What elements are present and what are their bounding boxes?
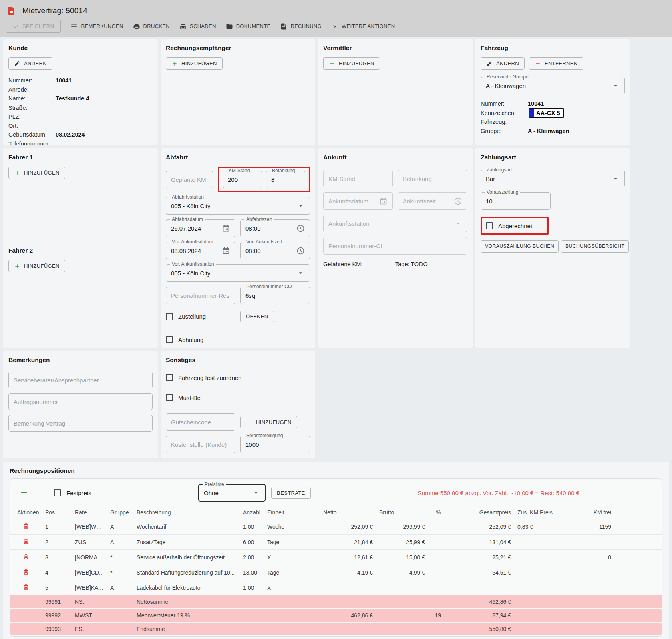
ankunftsdatum-field[interactable] bbox=[323, 192, 393, 210]
dokumente-button[interactable]: DOKUMENTE bbox=[226, 21, 271, 32]
calendar-icon[interactable] bbox=[222, 247, 230, 255]
gutschein-hinzufuegen-button[interactable]: HINZUFÜGEN bbox=[240, 416, 297, 428]
ankunftszeit-input[interactable] bbox=[403, 198, 454, 205]
personalnummer-co-field[interactable]: Personalnummer-CO bbox=[240, 287, 310, 304]
vor-ankunftsstation-select[interactable]: Vor. Ankunftsstation 005 - Köln City bbox=[166, 264, 310, 282]
betankung-input[interactable] bbox=[271, 176, 300, 183]
summary-row-endsumme: 99993 ES. Endsumme 550,80 € bbox=[10, 622, 662, 636]
checkbox-box bbox=[486, 222, 493, 229]
vorauszahlung-field[interactable]: Vorauszahlung bbox=[481, 192, 551, 210]
vorauszahlung-buchen-button[interactable]: VORAUSZAHLUNG BUCHEN bbox=[481, 240, 559, 253]
abholung-checkbox[interactable]: Abholung bbox=[166, 336, 203, 343]
kunde-card: Kunde ÄNDERN Nummer:10041 Anrede: Name:T… bbox=[3, 39, 158, 145]
plate-eu-strip bbox=[529, 109, 534, 117]
delete-position-button[interactable] bbox=[22, 568, 30, 575]
abgerechnet-checkbox[interactable]: Abgerechnet bbox=[486, 222, 532, 229]
reservierte-gruppe-select[interactable]: Reservierte Gruppe A - Kleinwagen bbox=[481, 77, 625, 94]
add-position-button[interactable] bbox=[20, 488, 28, 497]
vor-ankunftszeit-input[interactable] bbox=[245, 247, 296, 254]
preisliste-select[interactable]: Preisliste Ohne bbox=[198, 484, 266, 502]
kostenstelle-input[interactable] bbox=[171, 441, 230, 448]
auftragsnummer-input[interactable] bbox=[14, 398, 147, 405]
must-be-checkbox[interactable]: Must-Be bbox=[166, 394, 201, 401]
ankunft-betankung-input[interactable] bbox=[403, 175, 462, 182]
gutscheincode-field[interactable] bbox=[166, 413, 235, 431]
kunde-aendern-button[interactable]: ÄNDERN bbox=[8, 57, 52, 70]
bemerkung-vertrag-input[interactable] bbox=[14, 420, 147, 427]
clock-icon[interactable] bbox=[296, 224, 305, 233]
abfahrtszeit-input[interactable] bbox=[245, 225, 296, 232]
serviceberater-field[interactable] bbox=[8, 372, 153, 388]
plus-icon bbox=[14, 263, 20, 269]
selbstbeteiligung-input[interactable] bbox=[245, 441, 305, 448]
serviceberater-input[interactable] bbox=[14, 377, 147, 384]
oeffnen-button[interactable]: ÖFFNEN bbox=[240, 311, 274, 322]
auftragsnummer-field[interactable] bbox=[8, 393, 153, 410]
personalnummer-ci-input[interactable] bbox=[328, 243, 462, 249]
vermittler-hinzufuegen-button[interactable]: HINZUFÜGEN bbox=[323, 57, 380, 70]
abfahrtsdatum-field[interactable]: Abfahrtsdatum bbox=[166, 219, 235, 237]
field-floating-label: Vor. Ankunftsdatum bbox=[170, 239, 215, 245]
delete-position-button[interactable] bbox=[22, 583, 30, 591]
vor-ankunftszeit-field[interactable]: Vor. Ankunftszeit bbox=[240, 242, 310, 259]
ankunft-km-stand-input[interactable] bbox=[328, 175, 388, 182]
zustellung-checkbox[interactable]: Zustellung bbox=[166, 313, 235, 320]
dropdown-arrow-icon bbox=[297, 202, 305, 210]
bemerkung-vertrag-field[interactable] bbox=[8, 415, 153, 432]
ankunftsdatum-input[interactable] bbox=[328, 198, 379, 205]
betankung-field[interactable]: Betankung bbox=[266, 171, 305, 188]
delete-position-button[interactable] bbox=[22, 538, 30, 545]
zahlungsart-select[interactable]: Zahlungsart Bar bbox=[481, 170, 625, 187]
fahrzeug-entfernen-button[interactable]: ENTFERNEN bbox=[529, 57, 583, 70]
km-stand-input[interactable] bbox=[228, 176, 257, 183]
personalnummer-ci-field[interactable] bbox=[323, 237, 467, 255]
fahrzeug-aendern-button[interactable]: ÄNDERN bbox=[481, 57, 525, 70]
field-label: Ort: bbox=[8, 121, 56, 131]
ankunftsstation-select[interactable] bbox=[323, 215, 467, 232]
checkbox-box bbox=[166, 394, 173, 401]
ankunftszeit-field[interactable] bbox=[398, 192, 467, 210]
position-row: 3 [NORMAL... * Service außerhalb der Öff… bbox=[10, 550, 662, 565]
fahrer2-hinzufuegen-button[interactable]: HINZUFÜGEN bbox=[8, 260, 65, 272]
vor-ankunftsdatum-input[interactable] bbox=[171, 247, 222, 254]
geplante-km-field[interactable] bbox=[166, 171, 213, 188]
speichern-button[interactable]: SPEICHERN bbox=[6, 20, 61, 33]
clock-icon[interactable] bbox=[296, 247, 305, 255]
vorauszahlung-input[interactable] bbox=[486, 198, 545, 205]
ankunft-betankung-field[interactable] bbox=[398, 170, 467, 187]
bemerkungen-button[interactable]: BEMERKUNGEN bbox=[70, 21, 123, 32]
abfahrtszeit-field[interactable]: Abfahrtszeit bbox=[240, 219, 310, 237]
calendar-icon[interactable] bbox=[222, 224, 230, 233]
abfahrtsstation-select[interactable]: Abfahrtsstation 005 - Köln City bbox=[166, 197, 310, 215]
festpreis-checkbox[interactable]: Festpreis bbox=[54, 489, 91, 496]
bestrate-button[interactable]: BESTRATE bbox=[271, 487, 310, 499]
calendar-icon[interactable] bbox=[379, 197, 388, 205]
clock-icon[interactable] bbox=[454, 197, 462, 205]
kostenstelle-field[interactable] bbox=[166, 436, 235, 453]
buchungsuebersicht-button[interactable]: BUCHUNGSÜBERSICHT bbox=[561, 240, 629, 253]
delete-position-button[interactable] bbox=[22, 522, 30, 530]
abfahrtsdatum-input[interactable] bbox=[171, 225, 222, 232]
ankunft-km-stand-field[interactable] bbox=[323, 170, 393, 187]
selbstbeteiligung-field[interactable]: Selbstbeteiligung bbox=[240, 436, 310, 453]
field-floating-label: Abfahrtsstation bbox=[170, 194, 206, 200]
gutscheincode-input[interactable] bbox=[171, 419, 230, 426]
km-stand-field[interactable]: KM-Stand bbox=[223, 171, 262, 188]
field-label: PLZ: bbox=[8, 112, 56, 121]
field-floating-label: Personalnummer-CO bbox=[244, 284, 294, 289]
rechnung-button[interactable]: RECHNUNG bbox=[280, 21, 322, 32]
schaeden-button[interactable]: SCHÄDEN bbox=[179, 21, 216, 32]
personalnummer-res-field[interactable] bbox=[166, 287, 235, 304]
personalnummer-res-input[interactable] bbox=[171, 292, 230, 299]
weitere-aktionen-button[interactable]: WEITERE AKTIONEN bbox=[331, 21, 395, 32]
rechnungsempfaenger-hinzufuegen-button[interactable]: HINZUFÜGEN bbox=[166, 57, 223, 70]
vor-ankunftsdatum-field[interactable]: Vor. Ankunftsdatum bbox=[166, 242, 235, 259]
fahrer1-hinzufuegen-button[interactable]: HINZUFÜGEN bbox=[8, 167, 65, 179]
dropdown-arrow-icon bbox=[612, 82, 620, 90]
drucken-button[interactable]: DRUCKEN bbox=[133, 21, 170, 32]
fahrzeug-fest-zuordnen-checkbox[interactable]: Fahrzeug fest zuordnen bbox=[166, 374, 241, 381]
delete-position-button[interactable] bbox=[22, 553, 30, 560]
ankunftsstation-input[interactable] bbox=[328, 220, 454, 227]
personalnummer-co-input[interactable] bbox=[245, 292, 305, 299]
geplante-km-input[interactable] bbox=[171, 176, 208, 183]
